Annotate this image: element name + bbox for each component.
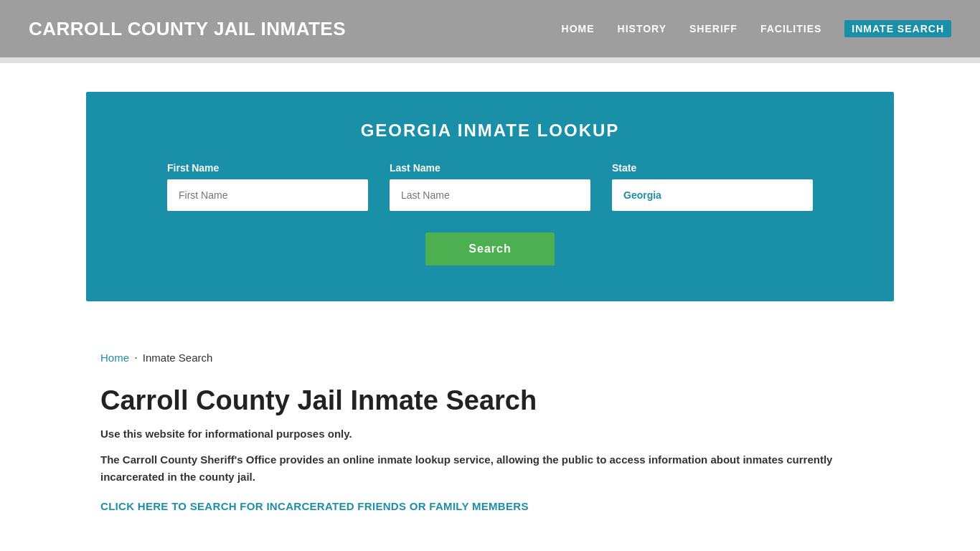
search-fields: First Name Last Name State xyxy=(129,162,851,211)
sub-header-line xyxy=(0,57,980,63)
breadcrumb: Home • Inmate Search xyxy=(100,352,880,364)
search-section-title: GEORGIA INMATE LOOKUP xyxy=(129,121,851,141)
page-heading: Carroll County Jail Inmate Search xyxy=(100,385,880,416)
breadcrumb-separator: • xyxy=(135,354,137,361)
state-input[interactable] xyxy=(612,179,813,211)
search-section: GEORGIA INMATE LOOKUP First Name Last Na… xyxy=(86,92,894,301)
info-line1: Use this website for informational purpo… xyxy=(100,428,880,440)
state-label: State xyxy=(612,162,813,174)
site-title: CARROLL COUNTY JAIL INMATES xyxy=(29,18,346,40)
nav-home[interactable]: HOME xyxy=(562,23,595,34)
first-name-input[interactable] xyxy=(167,179,368,211)
main-nav: HOME HISTORY SHERIFF FACILITIES INMATE S… xyxy=(562,20,951,37)
first-name-label: First Name xyxy=(167,162,368,174)
search-button[interactable]: Search xyxy=(425,232,554,265)
nav-sheriff[interactable]: SHERIFF xyxy=(689,23,738,34)
first-name-group: First Name xyxy=(167,162,368,211)
last-name-input[interactable] xyxy=(390,179,590,211)
click-here-link[interactable]: CLICK HERE to Search for Incarcerated Fr… xyxy=(100,500,529,512)
nav-history[interactable]: HISTORY xyxy=(618,23,666,34)
main-content: Home • Inmate Search Carroll County Jail… xyxy=(0,330,980,534)
breadcrumb-home-link[interactable]: Home xyxy=(100,352,129,364)
breadcrumb-current: Inmate Search xyxy=(143,352,213,364)
info-line2: The Carroll County Sheriff's Office prov… xyxy=(100,451,880,486)
last-name-group: Last Name xyxy=(390,162,590,211)
search-button-container: Search xyxy=(129,232,851,265)
site-header: CARROLL COUNTY JAIL INMATES HOME HISTORY… xyxy=(0,0,980,57)
state-group: State xyxy=(612,162,813,211)
nav-facilities[interactable]: FACILITIES xyxy=(760,23,821,34)
last-name-label: Last Name xyxy=(390,162,590,174)
nav-inmate-search[interactable]: INMATE SEARCH xyxy=(844,20,951,37)
